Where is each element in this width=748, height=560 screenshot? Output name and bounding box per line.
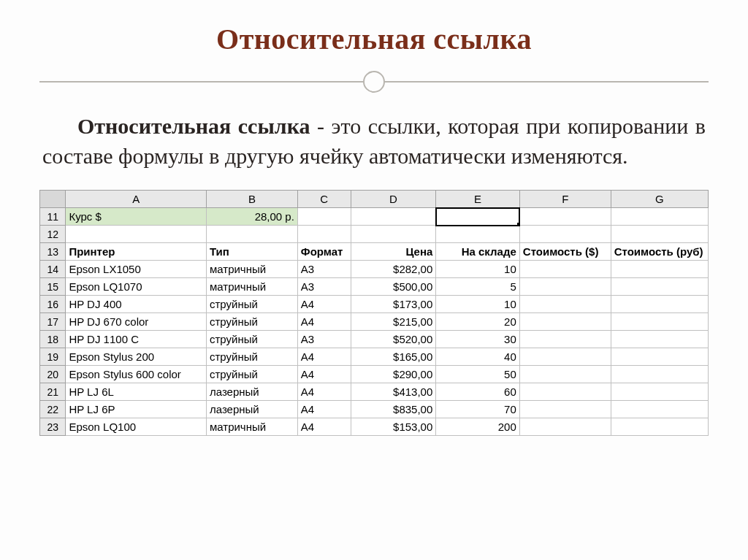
- cell-A16[interactable]: HP DJ 400: [66, 296, 207, 313]
- cell-G22[interactable]: [611, 401, 708, 418]
- cell-B18[interactable]: струйный: [206, 331, 297, 348]
- cell-D11[interactable]: [351, 208, 436, 226]
- cell-E20[interactable]: 50: [436, 366, 520, 383]
- cell-F16[interactable]: [519, 296, 611, 313]
- cell-A20[interactable]: Epson Stylus 600 color: [66, 366, 207, 383]
- row-header-12[interactable]: 12: [40, 226, 66, 243]
- cell-F20[interactable]: [519, 366, 611, 383]
- cell-D16[interactable]: $173,00: [351, 296, 436, 313]
- cell-A17[interactable]: HP DJ 670 color: [66, 313, 207, 331]
- cell-F17[interactable]: [519, 313, 611, 331]
- cell-D13[interactable]: Цена: [351, 243, 436, 261]
- cell-B14[interactable]: матричный: [206, 261, 297, 278]
- col-header-E[interactable]: E: [436, 191, 520, 208]
- cell-F14[interactable]: [519, 261, 611, 278]
- row-header-20[interactable]: 20: [40, 366, 66, 383]
- col-header-G[interactable]: G: [611, 191, 708, 208]
- cell-A12[interactable]: [66, 226, 207, 243]
- cell-E22[interactable]: 70: [436, 401, 520, 418]
- cell-F12[interactable]: [519, 226, 611, 243]
- cell-A14[interactable]: Epson LX1050: [66, 261, 207, 278]
- cell-A22[interactable]: HP LJ 6P: [66, 401, 207, 418]
- cell-C19[interactable]: A4: [297, 348, 351, 366]
- cell-F11[interactable]: [519, 208, 611, 226]
- cell-A15[interactable]: Epson LQ1070: [66, 278, 207, 296]
- cell-B20[interactable]: струйный: [206, 366, 297, 383]
- cell-D19[interactable]: $165,00: [351, 348, 436, 366]
- cell-G18[interactable]: [611, 331, 708, 348]
- cell-G12[interactable]: [611, 226, 708, 243]
- cell-C16[interactable]: A4: [297, 296, 351, 313]
- cell-C17[interactable]: A4: [297, 313, 351, 331]
- cell-D15[interactable]: $500,00: [351, 278, 436, 296]
- cell-E11[interactable]: [436, 208, 520, 226]
- cell-D22[interactable]: $835,00: [351, 401, 436, 418]
- cell-F21[interactable]: [519, 383, 611, 401]
- col-header-D[interactable]: D: [351, 191, 436, 208]
- row-header-22[interactable]: 22: [40, 401, 66, 418]
- cell-E19[interactable]: 40: [436, 348, 520, 366]
- cell-B17[interactable]: струйный: [206, 313, 297, 331]
- cell-G14[interactable]: [611, 261, 708, 278]
- cell-G15[interactable]: [611, 278, 708, 296]
- cell-C23[interactable]: A4: [297, 418, 351, 436]
- row-header-13[interactable]: 13: [40, 243, 66, 261]
- row-header-16[interactable]: 16: [40, 296, 66, 313]
- cell-B21[interactable]: лазерный: [206, 383, 297, 401]
- cell-A13[interactable]: Принтер: [66, 243, 207, 261]
- cell-B12[interactable]: [206, 226, 297, 243]
- cell-F15[interactable]: [519, 278, 611, 296]
- cell-D18[interactable]: $520,00: [351, 331, 436, 348]
- cell-B23[interactable]: матричный: [206, 418, 297, 436]
- cell-A23[interactable]: Epson LQ100: [66, 418, 207, 436]
- cell-E17[interactable]: 20: [436, 313, 520, 331]
- cell-F19[interactable]: [519, 348, 611, 366]
- cell-D14[interactable]: $282,00: [351, 261, 436, 278]
- cell-F22[interactable]: [519, 401, 611, 418]
- row-header-18[interactable]: 18: [40, 331, 66, 348]
- cell-B16[interactable]: струйный: [206, 296, 297, 313]
- col-header-A[interactable]: A: [66, 191, 207, 208]
- cell-D17[interactable]: $215,00: [351, 313, 436, 331]
- row-header-11[interactable]: 11: [40, 208, 66, 226]
- row-header-19[interactable]: 19: [40, 348, 66, 366]
- row-header-14[interactable]: 14: [40, 261, 66, 278]
- cell-F23[interactable]: [519, 418, 611, 436]
- cell-A18[interactable]: HP DJ 1100 C: [66, 331, 207, 348]
- cell-E16[interactable]: 10: [436, 296, 520, 313]
- cell-C14[interactable]: A3: [297, 261, 351, 278]
- cell-G13[interactable]: Стоимость (руб): [611, 243, 708, 261]
- cell-B15[interactable]: матричный: [206, 278, 297, 296]
- cell-G20[interactable]: [611, 366, 708, 383]
- cell-B13[interactable]: Тип: [206, 243, 297, 261]
- col-header-F[interactable]: F: [519, 191, 611, 208]
- cell-C21[interactable]: A4: [297, 383, 351, 401]
- cell-G11[interactable]: [611, 208, 708, 226]
- cell-C15[interactable]: A3: [297, 278, 351, 296]
- col-header-C[interactable]: C: [297, 191, 351, 208]
- cell-E23[interactable]: 200: [436, 418, 520, 436]
- cell-C13[interactable]: Формат: [297, 243, 351, 261]
- cell-C20[interactable]: A4: [297, 366, 351, 383]
- cell-B19[interactable]: струйный: [206, 348, 297, 366]
- cell-B11[interactable]: 28,00 р.: [206, 208, 297, 226]
- cell-F13[interactable]: Стоимость ($): [519, 243, 611, 261]
- cell-D20[interactable]: $290,00: [351, 366, 436, 383]
- cell-B22[interactable]: лазерный: [206, 401, 297, 418]
- cell-E13[interactable]: На складе: [436, 243, 520, 261]
- cell-C11[interactable]: [297, 208, 351, 226]
- cell-F18[interactable]: [519, 331, 611, 348]
- cell-C12[interactable]: [297, 226, 351, 243]
- row-header-23[interactable]: 23: [40, 418, 66, 436]
- cell-A19[interactable]: Epson Stylus 200: [66, 348, 207, 366]
- cell-D23[interactable]: $153,00: [351, 418, 436, 436]
- cell-G16[interactable]: [611, 296, 708, 313]
- cell-C22[interactable]: A4: [297, 401, 351, 418]
- cell-E15[interactable]: 5: [436, 278, 520, 296]
- col-header-B[interactable]: B: [206, 191, 297, 208]
- cell-A11[interactable]: Курс $: [66, 208, 207, 226]
- cell-D12[interactable]: [351, 226, 436, 243]
- cell-G19[interactable]: [611, 348, 708, 366]
- cell-G21[interactable]: [611, 383, 708, 401]
- cell-E12[interactable]: [436, 226, 520, 243]
